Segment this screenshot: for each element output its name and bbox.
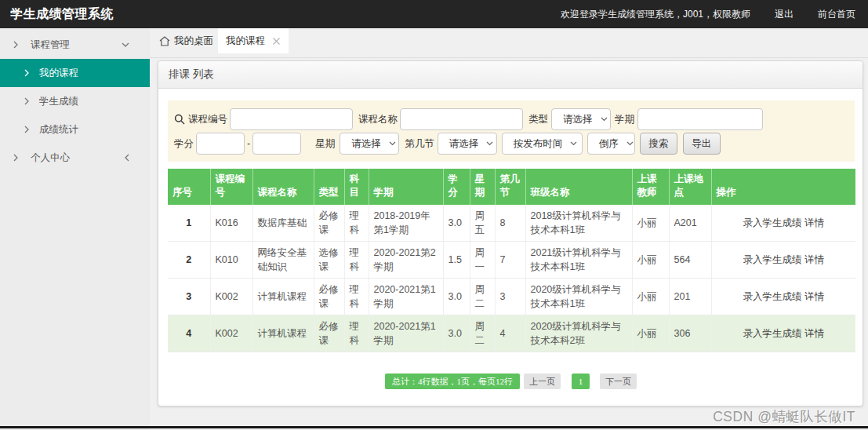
tab-my-desktop[interactable]: 我的桌面 xyxy=(151,28,218,53)
column-header: 科目 xyxy=(344,169,369,205)
tab-my-courses[interactable]: 我的课程 xyxy=(218,28,289,53)
chevron-right-icon xyxy=(13,41,20,49)
period-select[interactable]: 请选择 xyxy=(438,133,497,155)
cell: 2018-2019年第1学期 xyxy=(369,205,443,242)
next-page-button[interactable]: 下一页 xyxy=(600,374,637,389)
chevron-right-icon xyxy=(24,97,31,105)
sidebar-item-personal-center[interactable]: 个人中心 xyxy=(0,144,150,172)
cell: 3.0 xyxy=(443,279,470,315)
sidebar-item-label: 成绩统计 xyxy=(39,123,78,137)
close-icon[interactable] xyxy=(272,37,281,46)
sidebar-item-my-courses[interactable]: 我的课程 xyxy=(0,59,150,87)
column-header: 操作 xyxy=(711,169,855,205)
cell: 2020-2021第2学期 xyxy=(369,242,443,279)
enter-score-link[interactable]: 录入学生成绩 xyxy=(743,328,802,339)
cell: A201 xyxy=(669,205,711,242)
cell: 2020-2021第1学期 xyxy=(369,279,443,315)
chevron-right-icon xyxy=(24,126,31,133)
actions-cell: 录入学生成绩 详情 xyxy=(711,205,855,242)
home-icon xyxy=(159,36,170,46)
table-row: 3K002计算机课程必修课理科2020-2021第1学期3.0周二32020级计… xyxy=(168,279,855,315)
chevron-right-icon xyxy=(13,154,20,162)
type-select[interactable]: 请选择 xyxy=(551,108,611,130)
cell: 3.0 xyxy=(443,205,470,242)
panel-header: 排课 列表 xyxy=(158,61,863,89)
cell: 4 xyxy=(495,315,525,352)
search-button[interactable]: 搜索 xyxy=(640,133,677,155)
sort-order-selected-value: 倒序 xyxy=(599,137,619,151)
current-page-button[interactable]: 1 xyxy=(572,374,590,389)
pagination-summary: 总计：4行数据，1页，每页12行 xyxy=(385,374,520,389)
cell: 2020-2021第1学期 xyxy=(369,315,443,352)
enter-score-link[interactable]: 录入学生成绩 xyxy=(743,217,802,228)
cell: 2020级计算机科学与技术本科1班 xyxy=(525,279,632,315)
course-name-label: 课程名称 xyxy=(358,113,398,126)
cell: 理科 xyxy=(344,242,369,279)
logout-link[interactable]: 退出 xyxy=(775,8,794,21)
cell: 周五 xyxy=(470,205,495,242)
weekday-select[interactable]: 请选择 xyxy=(340,133,399,155)
tab-label: 我的课程 xyxy=(226,35,265,48)
sort-order-select[interactable]: 倒序 xyxy=(587,133,635,155)
weekday-selected-value: 请选择 xyxy=(351,137,381,151)
front-home-link[interactable]: 前台首页 xyxy=(818,8,855,21)
semester-label: 学期 xyxy=(615,113,634,126)
cell: 周一 xyxy=(470,242,495,279)
cell: 564 xyxy=(669,242,711,279)
detail-link[interactable]: 详情 xyxy=(804,217,824,228)
cell: 选修课 xyxy=(314,242,344,279)
sort-field-selected-value: 按发布时间 xyxy=(514,137,563,151)
cell: K010 xyxy=(210,242,252,279)
detail-link[interactable]: 详情 xyxy=(804,254,824,265)
cell: 理科 xyxy=(344,279,369,315)
main-area: 我的桌面 我的课程 排课 列表 课程编号课程名称类型请选择学期 学分-星期请选择… xyxy=(150,28,868,430)
sidebar-item-label: 我的课程 xyxy=(39,67,78,80)
cell: 201 xyxy=(669,279,711,315)
detail-link[interactable]: 详情 xyxy=(804,328,824,339)
enter-score-link[interactable]: 录入学生成绩 xyxy=(743,254,802,265)
actions-cell: 录入学生成绩 详情 xyxy=(711,315,855,352)
search-filter-box: 课程编号课程名称类型请选择学期 学分-星期请选择第几节请选择按发布时间倒序搜索导… xyxy=(168,100,855,162)
credit-min-input[interactable] xyxy=(196,133,245,155)
cell: 7 xyxy=(495,242,525,279)
sidebar-item-score-statistics[interactable]: 成绩统计 xyxy=(0,115,150,144)
column-header: 课程编号 xyxy=(210,169,252,205)
cell: 2 xyxy=(168,242,210,279)
sidebar-item-student-scores[interactable]: 学生成绩 xyxy=(0,87,150,115)
panel-body: 课程编号课程名称类型请选择学期 学分-星期请选择第几节请选择按发布时间倒序搜索导… xyxy=(158,89,863,389)
detail-link[interactable]: 详情 xyxy=(804,291,824,302)
table-row: 1K016数据库基础必修课理科2018-2019年第1学期3.0周五82018级… xyxy=(168,205,855,242)
export-button[interactable]: 导出 xyxy=(683,133,721,155)
cell: 3 xyxy=(168,279,210,315)
weekday-label: 星期 xyxy=(315,137,335,151)
chevron-down-icon xyxy=(619,141,634,146)
pagination: 总计：4行数据，1页，每页12行 上一页 1 下一页 xyxy=(168,374,854,389)
navbar-right: 欢迎登录学生成绩管理系统，J001，权限教师 退出 前台首页 xyxy=(561,8,855,21)
column-header: 星期 xyxy=(470,169,495,205)
cell: 计算机课程 xyxy=(252,315,314,352)
cell: 必修课 xyxy=(314,205,344,242)
page: 学生成绩管理系统 欢迎登录学生成绩管理系统，J001，权限教师 退出 前台首页 … xyxy=(0,0,868,430)
credit-max-input[interactable] xyxy=(252,133,301,155)
cell: 理科 xyxy=(344,315,369,352)
cell: 3 xyxy=(495,279,525,315)
period-label: 第几节 xyxy=(405,137,434,151)
cell: 周二 xyxy=(470,315,495,352)
panel-title: 排课 列表 xyxy=(169,67,214,82)
course-name-input[interactable] xyxy=(400,108,523,130)
sidebar-item-course-management[interactable]: 课程管理 xyxy=(0,31,150,59)
cell: 1.5 xyxy=(443,242,470,279)
cell: 计算机课程 xyxy=(252,279,314,315)
cell: 306 xyxy=(669,315,711,352)
actions-cell: 录入学生成绩 详情 xyxy=(711,279,855,315)
course-no-input[interactable] xyxy=(230,108,353,130)
cell: 小丽 xyxy=(632,279,669,315)
sort-field-select[interactable]: 按发布时间 xyxy=(502,133,583,155)
sidebar-item-label: 个人中心 xyxy=(31,151,70,165)
chevron-down-icon xyxy=(478,141,493,146)
prev-page-button[interactable]: 上一页 xyxy=(524,374,561,389)
search-row-2: 学分-星期请选择第几节请选择按发布时间倒序搜索导出 xyxy=(168,133,855,155)
enter-score-link[interactable]: 录入学生成绩 xyxy=(743,291,802,302)
semester-input[interactable] xyxy=(637,108,763,130)
type-selected-value: 请选择 xyxy=(563,113,593,126)
